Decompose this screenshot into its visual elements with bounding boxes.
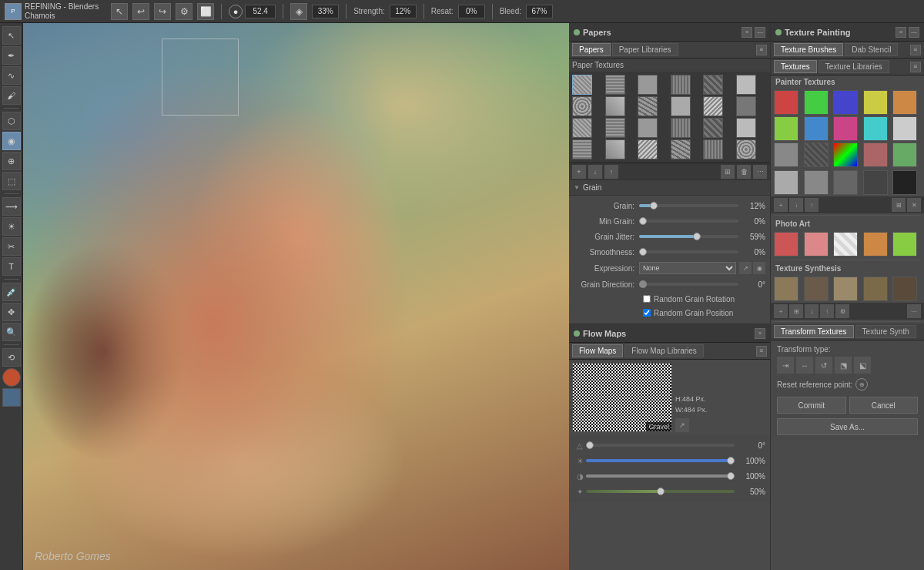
tp-min[interactable]: — xyxy=(909,27,919,38)
painter-texture[interactable] xyxy=(863,142,888,167)
tp-close[interactable]: × xyxy=(896,27,906,38)
tool-btn-undo[interactable]: ↩ xyxy=(132,3,149,20)
painter-texture[interactable] xyxy=(804,142,829,167)
resat-input[interactable] xyxy=(458,5,485,18)
tool-btn-redo[interactable]: ↪ xyxy=(154,3,171,20)
brush-size-input[interactable] xyxy=(245,5,276,18)
texture-thumb[interactable] xyxy=(638,96,658,116)
transform-btn-scale[interactable]: ↔ xyxy=(796,357,813,374)
random-rotation-checkbox[interactable] xyxy=(643,295,651,303)
transform-btn-rotate[interactable]: ↺ xyxy=(815,357,832,374)
texture-thumb[interactable] xyxy=(638,139,658,159)
opacity-input[interactable] xyxy=(312,5,339,18)
rotation-slider[interactable] xyxy=(586,444,735,447)
min-grain-slider[interactable] xyxy=(639,220,738,223)
random-rotation-label[interactable]: Random Grain Rotation xyxy=(654,295,735,303)
synth-thumb[interactable] xyxy=(774,277,798,301)
cancel-button[interactable]: Cancel xyxy=(849,397,919,414)
flow-close[interactable]: × xyxy=(755,328,765,339)
tool-btn-arrow[interactable]: ↖ xyxy=(111,3,128,20)
tab-flow-maps[interactable]: Flow Maps xyxy=(572,344,623,357)
tp-import[interactable]: ↓ xyxy=(789,198,803,212)
synth-thumb[interactable] xyxy=(892,277,917,301)
synth-btn6[interactable]: ⋯ xyxy=(907,304,921,318)
tab-papers[interactable]: Papers xyxy=(572,43,611,56)
painter-texture[interactable] xyxy=(774,116,798,141)
panel-min[interactable]: — xyxy=(755,27,765,38)
flow-menu[interactable]: ≡ xyxy=(756,346,767,357)
tp-delete[interactable]: ✕ xyxy=(907,198,921,212)
tool-select[interactable]: ↖ xyxy=(2,26,21,45)
painter-texture[interactable] xyxy=(863,90,888,115)
synth-btn3[interactable]: ↓ xyxy=(805,304,819,318)
tool-text[interactable]: T xyxy=(2,257,21,276)
painter-texture[interactable] xyxy=(774,170,798,195)
tool-zoom[interactable]: 🔍 xyxy=(2,323,21,341)
painter-texture[interactable] xyxy=(833,142,858,167)
painter-texture[interactable] xyxy=(892,90,917,115)
texture-thumb[interactable] xyxy=(572,118,592,138)
synth-thumb[interactable] xyxy=(863,277,888,301)
save-as-button[interactable]: Save As... xyxy=(777,418,918,435)
texture-thumb[interactable] xyxy=(572,139,592,159)
photo-art-thumb[interactable] xyxy=(863,232,888,256)
grain-slider[interactable] xyxy=(639,204,738,207)
texture-thumb[interactable] xyxy=(605,75,625,95)
synth-btn5[interactable]: ⚙ xyxy=(835,304,849,318)
tool-btn-action[interactable]: ⚙ xyxy=(176,3,192,20)
painter-texture[interactable] xyxy=(804,170,829,195)
synth-btn4[interactable]: ↑ xyxy=(820,304,834,318)
synth-btn2[interactable]: ⊞ xyxy=(789,304,803,318)
painter-texture[interactable] xyxy=(774,142,798,167)
tool-fill[interactable]: ⊕ xyxy=(2,152,21,170)
tab-dab-stencil[interactable]: Dab Stencil xyxy=(845,43,898,56)
painter-texture[interactable] xyxy=(892,170,917,195)
tp-view[interactable]: ⊞ xyxy=(892,198,906,212)
photo-art-thumb[interactable] xyxy=(892,232,917,256)
photo-art-thumb[interactable] xyxy=(833,232,858,256)
tab-transform-textures[interactable]: Transform Textures xyxy=(774,325,854,338)
texture-thumb[interactable] xyxy=(605,139,625,159)
tp-export[interactable]: ↑ xyxy=(805,198,819,212)
direction-slider[interactable] xyxy=(639,283,738,286)
tool-shape[interactable]: ⬡ xyxy=(2,112,21,130)
painter-texture[interactable] xyxy=(833,170,858,195)
ptb-delete[interactable]: 🗑 xyxy=(737,165,751,179)
tool-smudge[interactable]: ⟿ xyxy=(2,197,21,216)
painter-texture[interactable] xyxy=(774,90,798,115)
tool-rotate[interactable]: ⟲ xyxy=(2,348,21,367)
photo-art-thumb[interactable] xyxy=(804,232,829,256)
tool-crop[interactable]: ✂ xyxy=(2,237,21,256)
tool-paint[interactable]: ◉ xyxy=(2,132,21,150)
flow-open-btn[interactable]: ↗ xyxy=(675,418,689,432)
texture-thumb[interactable] xyxy=(638,118,658,138)
transform-btn-move[interactable]: ⇥ xyxy=(777,357,794,374)
flow-thumb[interactable]: Gravel xyxy=(572,363,672,432)
tool-dodge[interactable]: ☀ xyxy=(2,217,21,236)
panel-close[interactable]: × xyxy=(742,27,752,38)
texture-thumb[interactable] xyxy=(736,75,756,95)
tab-texture-synth[interactable]: Texture Synth xyxy=(855,325,916,338)
expression-select[interactable]: None xyxy=(639,262,736,274)
jitter-slider[interactable] xyxy=(639,235,738,238)
bleed-input[interactable] xyxy=(526,5,553,18)
texture-thumb[interactable] xyxy=(605,118,625,138)
tab-paper-libraries[interactable]: Paper Libraries xyxy=(612,43,678,56)
texture-thumb[interactable] xyxy=(605,96,625,116)
ptb-add[interactable]: + xyxy=(572,165,586,179)
transform-btn-flip[interactable]: ⬔ xyxy=(835,357,852,374)
special-slider[interactable] xyxy=(586,490,735,493)
ptb-export[interactable]: ↑ xyxy=(604,165,618,179)
synth-thumb[interactable] xyxy=(833,277,858,301)
tp-menu2[interactable]: ≡ xyxy=(910,62,921,72)
tool-eraser[interactable]: ⬚ xyxy=(2,172,21,190)
synth-btn1[interactable]: + xyxy=(774,304,788,318)
tool-btn-stencil[interactable]: ⬜ xyxy=(197,3,214,20)
brightness-slider[interactable] xyxy=(586,474,735,478)
texture-thumb[interactable] xyxy=(703,139,723,159)
color-secondary[interactable] xyxy=(2,388,21,407)
texture-thumb[interactable] xyxy=(703,96,723,116)
blue-slider[interactable] xyxy=(586,459,735,462)
tool-brush1[interactable]: ∿ xyxy=(2,66,21,85)
painter-texture[interactable] xyxy=(863,116,888,141)
